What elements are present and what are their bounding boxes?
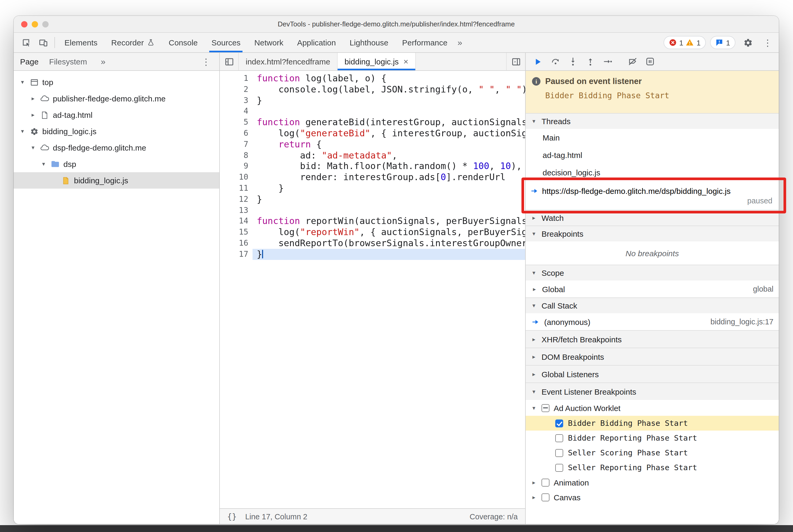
code-text[interactable]: } [252,194,525,205]
code-line[interactable]: 15 log("reportWin", { auctionSignals, pe… [220,227,525,238]
code-text[interactable]: console.log(label, JSON.stringify(o, " "… [252,84,525,95]
tree-item-dsp-folder[interactable]: ▾ dsp [14,156,219,172]
line-number[interactable]: 5 [220,117,252,128]
tab-sources[interactable]: Sources [205,33,247,52]
expand-icon[interactable]: ▸ [531,286,538,292]
ad-auction-worklet-checkbox[interactable] [542,404,549,412]
code-line[interactable]: 3} [220,95,525,106]
code-line[interactable]: 6 log("generateBid", { interestGroup, au… [220,128,525,139]
code-text[interactable]: log("reportWin", { auctionSignals, perBu… [252,227,525,238]
bidder-bidding-phase-checkbox[interactable] [555,419,563,427]
animation-checkbox[interactable] [542,478,549,486]
console-errors-warnings-badge[interactable]: 1 1 [663,36,706,49]
code-line[interactable]: 5function generateBid(interestGroup, auc… [220,117,525,128]
xhr-breakpoints-section-header[interactable]: ▸ XHR/fetch Breakpoints [526,330,779,348]
seller-scoring-phase-checkbox[interactable] [555,449,563,457]
code-line[interactable]: 4 [220,106,525,117]
tab-elements[interactable]: Elements [58,33,105,52]
thread-row-ad-tag[interactable]: ad-tag.html [526,146,779,164]
code-text[interactable]: function log(label, o) { [252,73,525,84]
code-line[interactable]: 16 sendReportTo(browserSignals.interestG… [220,238,525,249]
code-line[interactable]: 8 ad: "ad-metadata", [220,150,525,161]
dom-breakpoints-section-header[interactable]: ▸ DOM Breakpoints [526,348,779,365]
line-number[interactable]: 9 [220,161,252,172]
expand-icon[interactable]: ▸ [530,494,537,500]
thread-row-main[interactable]: Main [526,129,779,146]
step-out-icon[interactable] [582,54,598,69]
code-line[interactable]: 2 console.log(label, JSON.stringify(o, "… [220,84,525,95]
call-stack-section-header[interactable]: ▾ Call Stack [526,298,779,313]
minimize-window-button[interactable] [32,21,38,27]
line-number[interactable]: 17 [220,249,252,260]
code-line[interactable]: 7 return { [220,139,525,150]
line-number[interactable]: 7 [220,139,252,150]
editor-tab-bidding-logic[interactable]: bidding_logic.js × [338,53,416,70]
elb-seller-scoring-phase-start[interactable]: Seller Scoring Phase Start [526,445,779,460]
call-stack-frame[interactable]: (anonymous) bidding_logic.js:17 [526,313,779,330]
pretty-print-icon[interactable]: {} [227,512,237,521]
code-text[interactable]: function generateBid(interestGroup, auct… [252,117,525,128]
canvas-checkbox[interactable] [542,493,549,501]
editor-tab-index-html[interactable]: index.html?fencedframe [239,53,338,70]
breakpoints-section-header[interactable]: ▾ Breakpoints [526,226,779,242]
toggle-debugger-sidebar-icon[interactable] [506,53,525,70]
collapse-icon[interactable]: ▾ [19,79,26,86]
tab-lighthouse[interactable]: Lighthouse [343,33,395,52]
tree-item-top[interactable]: ▾ top [14,74,219,90]
navigator-tab-filesystem[interactable]: Filesystem [49,57,87,66]
navigator-more-tabs-icon[interactable]: » [97,57,109,66]
seller-reporting-phase-checkbox[interactable] [555,463,563,472]
code-text[interactable]: return { [252,139,525,150]
pause-on-exceptions-icon[interactable] [642,54,658,69]
deactivate-breakpoints-icon[interactable] [624,54,640,69]
tree-item-ad-tag[interactable]: ▸ ad-tag.html [14,107,219,123]
code-line[interactable]: 11 } [220,183,525,194]
code-text[interactable]: } [252,95,525,106]
code-line[interactable]: 1function log(label, o) { [220,73,525,84]
issues-badge[interactable]: 1 [710,36,735,49]
bidder-reporting-phase-checkbox[interactable] [555,434,563,442]
code-line[interactable]: 14function reportWin(auctionSignals, per… [220,216,525,227]
code-text[interactable]: sendReportTo(browserSignals.interestGrou… [252,238,525,249]
thread-row-decision-logic[interactable]: decision_logic.js [526,164,779,181]
event-listener-breakpoints-section-header[interactable]: ▾ Event Listener Breakpoints [526,382,779,400]
expand-icon[interactable]: ▸ [30,95,36,102]
scope-global-row[interactable]: ▸ Global global [526,281,779,298]
collapse-icon[interactable]: ▾ [40,160,47,168]
collapse-icon[interactable]: ▾ [530,404,537,411]
navigator-menu-icon[interactable]: ⋮ [199,56,213,67]
code-text[interactable]: ad: "ad-metadata", [252,150,525,161]
line-number[interactable]: 4 [220,106,252,117]
line-number[interactable]: 8 [220,150,252,161]
elb-group-ad-auction-worklet[interactable]: ▾ Ad Auction Worklet [526,400,779,416]
line-number[interactable]: 10 [220,172,252,183]
elb-group-animation[interactable]: ▸ Animation [526,475,779,490]
line-number[interactable]: 3 [220,95,252,106]
inspect-element-icon[interactable] [18,33,35,52]
elb-bidder-reporting-phase-start[interactable]: Bidder Reporting Phase Start [526,431,779,445]
watch-section-header[interactable]: ▸ Watch [526,210,779,226]
code-text[interactable]: log("generateBid", { interestGroup, auct… [252,128,525,139]
expand-icon[interactable]: ▸ [530,479,537,486]
more-tabs-icon[interactable]: » [454,33,466,52]
tree-item-dsp-domain[interactable]: ▾ dsp-fledge-demo.glitch.me [14,139,219,156]
scope-section-header[interactable]: ▾ Scope [526,265,779,281]
code-editor[interactable]: 1function log(label, o) {2 console.log(l… [220,71,525,508]
code-line[interactable]: 13 [220,205,525,216]
expand-icon[interactable]: ▸ [30,112,36,118]
zoom-window-button[interactable] [42,21,49,27]
global-listeners-section-header[interactable]: ▸ Global Listeners [526,365,779,382]
line-number[interactable]: 16 [220,238,252,249]
settings-gear-icon[interactable] [740,38,757,47]
code-text[interactable]: bid: Math.floor(Math.random() * 100, 10)… [252,161,525,172]
line-number[interactable]: 1 [220,73,252,84]
thread-row-bidding-logic-active[interactable]: https://dsp-fledge-demo.glitch.me/dsp/bi… [526,181,779,210]
close-window-button[interactable] [21,21,27,27]
collapse-icon[interactable]: ▾ [30,144,36,151]
code-text[interactable]: render: interestGroup.ads[0].renderUrl [252,172,525,183]
tab-application[interactable]: Application [290,33,343,52]
step-icon[interactable] [600,54,616,69]
elb-seller-reporting-phase-start[interactable]: Seller Reporting Phase Start [526,460,779,475]
device-toolbar-icon[interactable] [35,33,52,52]
line-number[interactable]: 13 [220,205,252,216]
